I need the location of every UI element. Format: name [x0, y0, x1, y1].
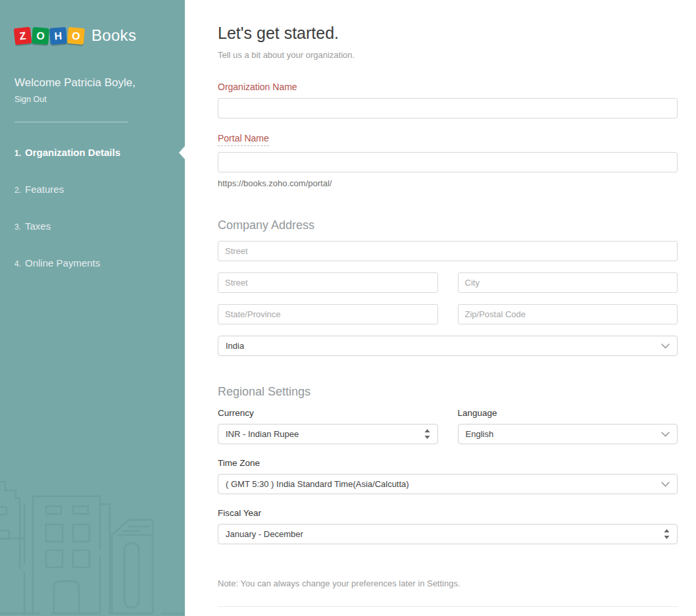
preferences-note: Note: You can always change your prefere… — [218, 578, 678, 588]
organization-setup-form: Let's get started. Tell us a bit about y… — [185, 0, 696, 616]
state-input[interactable] — [218, 304, 438, 324]
currency-label: Currency — [218, 408, 438, 418]
step-label: Organization Details — [25, 147, 120, 158]
step-taxes[interactable]: 3. Taxes — [0, 213, 185, 239]
logo-tile-o2: O — [67, 26, 85, 44]
portal-name-input[interactable] — [218, 152, 678, 172]
active-step-arrow-icon — [179, 146, 185, 159]
sign-out-link[interactable]: Sign Out — [14, 95, 47, 104]
language-label: Language — [458, 408, 678, 418]
currency-select[interactable]: INR - Indian Rupee — [218, 424, 438, 444]
logo-tile-o1: O — [32, 27, 49, 45]
fiscal-year-select-value: January - December — [226, 529, 303, 539]
street1-input[interactable] — [218, 241, 678, 261]
updown-stepper-icon — [424, 429, 430, 439]
logo-tile-h: H — [49, 27, 67, 45]
organization-name-input[interactable] — [218, 98, 678, 118]
step-label: Features — [25, 184, 64, 195]
step-label: Online Payments — [25, 257, 100, 269]
fiscal-year-select[interactable]: January - December — [218, 524, 678, 544]
timezone-select[interactable]: ( GMT 5:30 ) India Standard Time(Asia/Ca… — [218, 474, 678, 494]
step-online-payments[interactable]: 4. Online Payments — [0, 250, 185, 276]
portal-name-label-text: Portal Name — [218, 133, 269, 146]
regional-settings-heading: Regional Settings — [218, 385, 678, 399]
fiscal-year-label: Fiscal Year — [218, 508, 678, 518]
step-number: 3. — [14, 222, 21, 232]
brand-name: Books — [91, 26, 136, 45]
company-address-heading: Company Address — [218, 218, 678, 232]
step-label: Taxes — [25, 220, 51, 232]
updown-stepper-icon — [664, 529, 670, 539]
step-number: 1. — [14, 149, 21, 158]
language-select-value: English — [466, 429, 494, 439]
zoho-logo-icon: Z O H O — [14, 28, 86, 44]
logo-tile-z: Z — [14, 26, 32, 44]
sidebar-divider — [14, 122, 128, 122]
portal-url-hint: https://books.zoho.com/portal/ — [218, 178, 678, 188]
chevron-down-icon — [661, 344, 670, 349]
footer-divider — [218, 606, 678, 607]
setup-sidebar: Z O H O Books Welcome Patricia Boyle, Si… — [0, 0, 185, 616]
timezone-label: Time Zone — [218, 458, 678, 468]
page-title: Let's get started. — [218, 24, 678, 43]
page-subtitle: Tell us a bit about your organization. — [218, 50, 678, 60]
step-organization-details[interactable]: 1. Organization Details — [0, 140, 185, 165]
chevron-down-icon — [661, 432, 670, 437]
chevron-down-icon — [661, 482, 670, 487]
zoho-books-logo: Z O H O Books — [0, 0, 185, 45]
buildings-illustration — [0, 470, 185, 616]
country-select-value: India — [226, 341, 244, 351]
country-select[interactable]: India — [218, 336, 678, 356]
step-number: 2. — [14, 186, 21, 195]
zip-input[interactable] — [458, 304, 678, 324]
welcome-message: Welcome Patricia Boyle, — [14, 76, 170, 90]
step-features[interactable]: 2. Features — [0, 176, 185, 202]
step-number: 4. — [14, 259, 21, 269]
timezone-select-value: ( GMT 5:30 ) India Standard Time(Asia/Ca… — [226, 479, 409, 489]
welcome-block: Welcome Patricia Boyle, Sign Out — [0, 45, 185, 105]
city-input[interactable] — [458, 272, 678, 293]
setup-steps-nav: 1. Organization Details 2. Features 3. T… — [0, 140, 185, 276]
app-window: Z O H O Books Welcome Patricia Boyle, Si… — [0, 0, 696, 616]
language-select[interactable]: English — [458, 424, 678, 444]
portal-name-label: Portal Name — [218, 133, 678, 146]
organization-name-label: Organization Name — [218, 82, 678, 92]
currency-select-value: INR - Indian Rupee — [226, 429, 299, 439]
street2-input[interactable] — [218, 272, 438, 293]
